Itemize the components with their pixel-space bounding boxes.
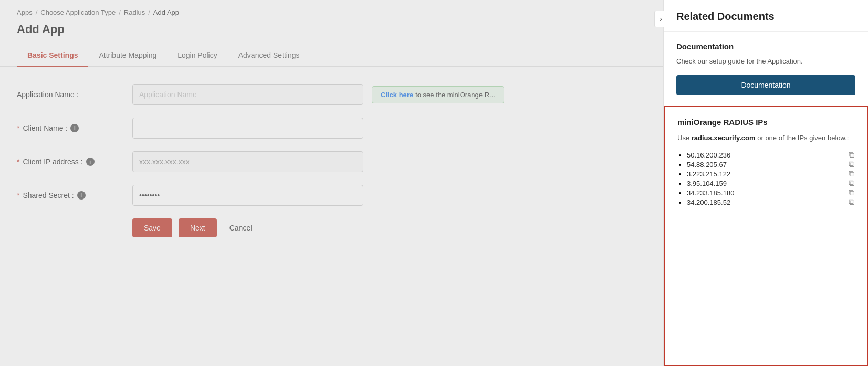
client-ip-input[interactable] [132,151,363,172]
radius-ips-section: miniOrange RADIUS IPs Use radius.xecurif… [664,106,868,367]
page-title: Add App [0,20,663,45]
radius-domain: radius.xecurify.com [692,134,756,142]
tab-attribute-mapping[interactable]: Attribute Mapping [88,45,167,67]
panel-toggle-button[interactable]: › [654,11,667,27]
shared-secret-info-icon[interactable]: i [77,191,86,200]
shared-secret-label: * Shared Secret : i [17,191,132,200]
ip-list: 50.16.200.236 ⧉ 54.88.205.67 ⧉ 3.223.215… [677,150,854,207]
ip-6: 34.200.185.52 [687,198,730,206]
breadcrumb: Apps / Choose Application Type / Radius … [0,0,663,20]
ip-5: 34.233.185.180 [687,189,734,197]
tab-login-policy[interactable]: Login Policy [167,45,228,67]
panel-title: Related Documents [676,11,855,23]
doc-section-title: Documentation [676,42,855,51]
ip-2: 54.88.205.67 [687,161,727,169]
form-buttons: Save Next Cancel [132,218,646,237]
tab-basic-settings[interactable]: Basic Settings [17,45,88,67]
shared-secret-input[interactable] [132,185,363,206]
client-name-info-icon[interactable]: i [70,124,79,132]
client-ip-label-text: Client IP address : [23,158,82,166]
save-button[interactable]: Save [132,218,172,237]
documentation-button[interactable]: Documentation [676,75,855,95]
breadcrumb-sep-3: / [148,8,150,16]
radius-desc-suffix: or one of the IPs given below.: [756,134,849,142]
application-name-input[interactable] [132,84,363,105]
application-name-label: Application Name : [17,90,132,99]
breadcrumb-current: Add App [153,8,179,16]
copy-icon-3[interactable]: ⧉ [849,169,854,179]
copy-icon-6[interactable]: ⧉ [849,197,854,207]
click-here-suffix: to see the miniOrange R... [415,91,495,99]
click-here-banner[interactable]: Click here to see the miniOrange R... [372,86,504,103]
radius-desc-prefix: Use [677,134,692,142]
ip-3: 3.223.215.122 [687,170,730,178]
client-name-input[interactable] [132,118,363,139]
ip-4: 3.95.104.159 [687,180,727,187]
client-ip-label: * Client IP address : i [17,158,132,166]
ip-1: 50.16.200.236 [687,151,730,159]
list-item: 34.200.185.52 ⧉ [687,197,854,207]
tabs-container: Basic Settings Attribute Mapping Login P… [0,45,663,67]
shared-secret-required-star: * [17,191,19,200]
list-item: 3.223.215.122 ⧉ [687,169,854,179]
click-here-link[interactable]: Click here [381,91,413,99]
list-item: 50.16.200.236 ⧉ [687,150,854,160]
doc-section-desc: Check our setup guide for the Applicatio… [676,56,855,67]
cancel-button[interactable]: Cancel [223,218,259,237]
documentation-section: Documentation Check our setup guide for … [664,32,868,106]
breadcrumb-radius[interactable]: Radius [124,8,145,16]
form-area: Application Name : Click here to see the… [0,67,663,254]
breadcrumb-apps[interactable]: Apps [17,8,33,16]
breadcrumb-sep-2: / [119,8,121,16]
client-name-label: * Client Name : i [17,124,132,132]
client-ip-info-icon[interactable]: i [86,158,95,166]
shared-secret-label-text: Shared Secret : [23,191,74,200]
copy-icon-4[interactable]: ⧉ [849,179,854,188]
client-ip-row: * Client IP address : i [17,151,646,172]
radius-ips-desc: Use radius.xecurify.com or one of the IP… [677,133,854,143]
panel-header: Related Documents [664,0,868,32]
list-item: 3.95.104.159 ⧉ [687,179,854,188]
client-name-required-star: * [17,124,19,132]
client-name-label-text: Client Name : [23,124,67,132]
list-item: 54.88.205.67 ⧉ [687,160,854,169]
list-item: 34.233.185.180 ⧉ [687,188,854,197]
copy-icon-1[interactable]: ⧉ [849,150,854,160]
shared-secret-row: * Shared Secret : i [17,185,646,206]
tab-advanced-settings[interactable]: Advanced Settings [228,45,310,67]
copy-icon-2[interactable]: ⧉ [849,160,854,169]
main-content: Apps / Choose Application Type / Radius … [0,0,663,366]
copy-icon-5[interactable]: ⧉ [849,188,854,197]
client-name-row: * Client Name : i [17,118,646,139]
breadcrumb-choose-type[interactable]: Choose Application Type [40,8,116,16]
radius-ips-title: miniOrange RADIUS IPs [677,118,854,127]
next-button[interactable]: Next [179,218,217,237]
application-name-row: Application Name : Click here to see the… [17,84,646,105]
right-panel: › Related Documents Documentation Check … [663,0,868,366]
client-ip-required-star: * [17,158,19,166]
breadcrumb-sep-1: / [36,8,38,16]
